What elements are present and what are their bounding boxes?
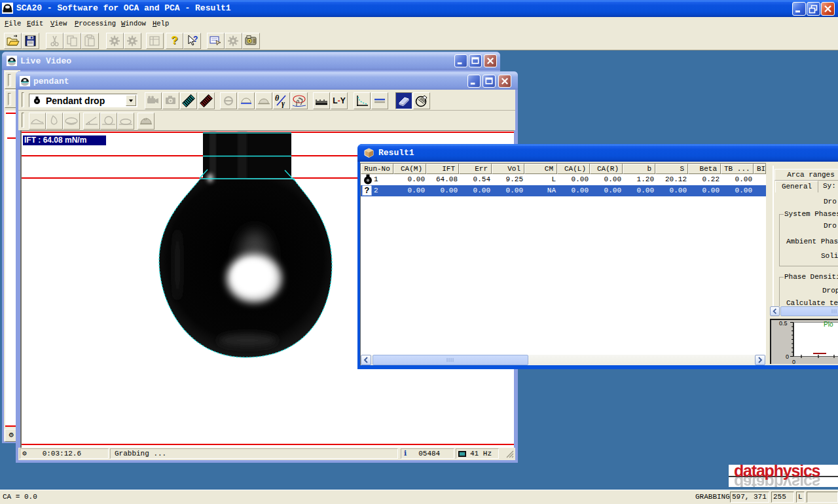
svg-text:0: 0: [792, 359, 795, 364]
svg-text:0: 0: [786, 353, 789, 360]
svg-text:γ: γ: [282, 99, 285, 108]
svg-text:0.5: 0.5: [779, 320, 788, 327]
svg-text:?: ?: [193, 35, 198, 44]
svg-text:Plo: Plo: [824, 321, 833, 328]
svg-text:θ: θ: [275, 94, 280, 103]
